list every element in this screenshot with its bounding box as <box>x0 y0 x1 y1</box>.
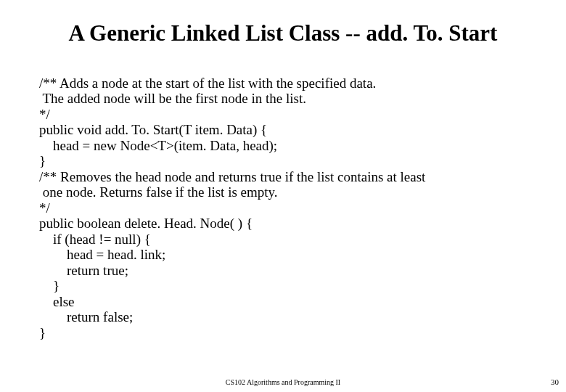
code-line: } <box>39 153 533 168</box>
page-number: 30 <box>551 377 559 386</box>
code-line: public void add. To. Start(T item. Data)… <box>39 122 533 137</box>
slide: A Generic Linked List Class -- add. To. … <box>0 0 566 392</box>
code-line: /** Removes the head node and returns tr… <box>39 169 533 184</box>
code-line: public boolean delete. Head. Node( ) { <box>39 216 533 231</box>
code-line: */ <box>39 107 533 122</box>
code-line: head = head. link; <box>39 247 533 262</box>
code-line: else <box>39 294 533 309</box>
code-block: /** Adds a node at the start of the list… <box>39 75 533 340</box>
code-line: return true; <box>39 263 533 278</box>
code-line: return false; <box>39 309 533 324</box>
footer-text: CS102 Algorithms and Programming II <box>0 378 566 386</box>
code-line: } <box>39 278 533 293</box>
slide-title: A Generic Linked List Class -- add. To. … <box>0 20 566 46</box>
code-line: if (head != null) { <box>39 232 533 247</box>
code-line: */ <box>39 200 533 216</box>
code-line: /** Adds a node at the start of the list… <box>39 75 533 91</box>
code-line: head = new Node<T>(item. Data, head); <box>39 138 533 153</box>
code-line: The added node will be the first node in… <box>39 91 533 106</box>
code-line: one node. Returns false if the list is e… <box>39 184 533 200</box>
code-line: } <box>39 325 533 340</box>
